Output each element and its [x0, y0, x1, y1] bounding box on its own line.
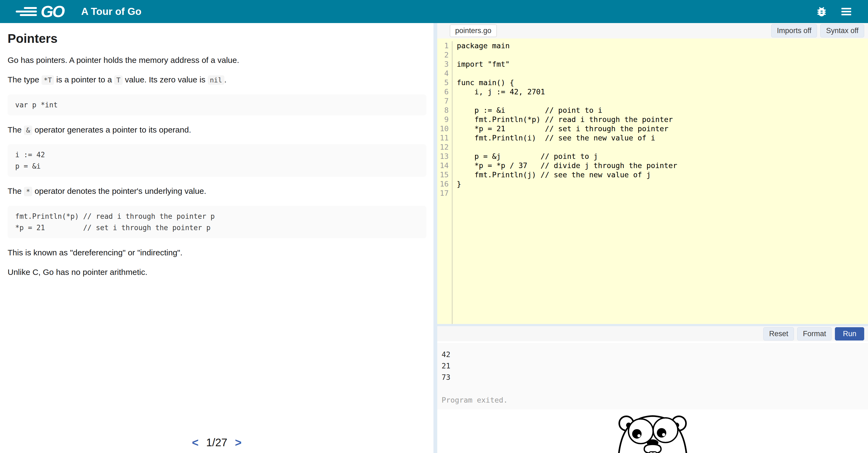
playground-panel: pointers.go Imports off Syntax off 12345… [437, 23, 868, 453]
menu-icon[interactable] [840, 7, 853, 17]
lesson-code-block: fmt.Println(*p) // read i through the po… [8, 206, 426, 238]
imports-toggle-button[interactable]: Imports off [771, 24, 817, 37]
code-editor[interactable]: 1234567891011121314151617 package main i… [437, 38, 868, 324]
page-title: A Tour of Go [81, 6, 141, 18]
lesson-paragraph: The & operator generates a pointer to it… [8, 125, 426, 135]
actions-toolbar: Reset Format Run [437, 326, 868, 341]
lesson-title: Pointers [8, 31, 426, 46]
lesson-paragraph: Go has pointers. A pointer holds the mem… [8, 55, 426, 65]
lesson-paragraph: The * operator denotes the pointer's und… [8, 186, 426, 196]
bug-report-icon[interactable] [815, 5, 828, 18]
editor-output-divider [437, 324, 868, 326]
gopher-footer [437, 409, 868, 453]
lesson-paragraph: Unlike C, Go has no pointer arithmetic. [8, 267, 426, 277]
run-button[interactable]: Run [835, 327, 864, 341]
lesson-panel: Pointers Go has pointers. A pointer hold… [0, 23, 433, 453]
reset-button[interactable]: Reset [763, 327, 794, 341]
inline-code: T [114, 75, 123, 85]
inline-code: *T [41, 75, 54, 85]
inline-code: & [24, 126, 32, 135]
line-numbers: 1234567891011121314151617 [437, 41, 453, 324]
format-button[interactable]: Format [797, 327, 832, 341]
next-page-button[interactable]: > [235, 437, 242, 448]
program-output: 42 21 73 Program exited. [437, 343, 868, 409]
inline-code: nil [208, 75, 224, 85]
editor-toolbar: pointers.go Imports off Syntax off [437, 23, 868, 38]
go-logo[interactable]: GO [14, 3, 64, 21]
top-header: GO A Tour of Go [0, 0, 868, 23]
go-logo-text: GO [41, 3, 64, 20]
lesson-content: Go has pointers. A pointer holds the mem… [8, 55, 426, 277]
output-lines: 42 21 73 [442, 349, 868, 383]
pager: < 1/27 > [0, 436, 433, 449]
panel-divider [433, 23, 437, 453]
syntax-toggle-button[interactable]: Syntax off [820, 24, 864, 37]
output-status: Program exited. [442, 394, 868, 406]
lesson-code-block: var p *int [8, 94, 426, 116]
inline-code: * [24, 187, 32, 196]
lesson-paragraph: This is known as "dereferencing" or "ind… [8, 248, 426, 258]
prev-page-button[interactable]: < [192, 437, 199, 448]
page-indicator: 1/27 [206, 436, 227, 449]
editor-code[interactable]: package main import "fmt" func main() { … [453, 41, 868, 189]
lesson-paragraph: The type *T is a pointer to a T value. I… [8, 74, 426, 85]
go-gopher-image [611, 409, 695, 453]
lesson-code-block: i := 42 p = &i [8, 144, 426, 177]
file-tab[interactable]: pointers.go [450, 24, 497, 37]
go-logo-speedlines [14, 3, 39, 21]
